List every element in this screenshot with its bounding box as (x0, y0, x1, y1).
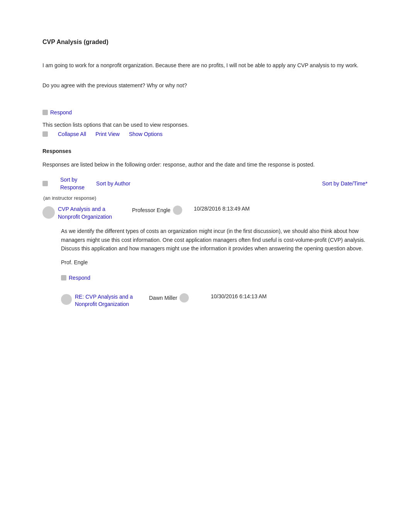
page-title: CVP Analysis (graded) (42, 39, 368, 46)
collapse-all-link[interactable]: Collapse All (58, 131, 86, 137)
avatar-inline-dawn (180, 293, 189, 303)
respond-icon-bottom (61, 275, 66, 280)
nested-response-title-link-1[interactable]: RE: CVP Analysis and a Nonprofit Organiz… (75, 293, 144, 308)
response-signature-1: Prof. Engle (61, 259, 368, 265)
response-date-1: 10/28/2016 8:13:49 AM (194, 206, 250, 212)
avatar-inline-1 (173, 206, 182, 215)
nested-response-section: RE: CVP Analysis and a Nonprofit Organiz… (61, 293, 368, 308)
response-meta-1: CVP Analysis and a Nonprofit Organizatio… (58, 206, 368, 221)
section-info-text: This section lists options that can be u… (42, 122, 368, 128)
responses-description: Responses are listed below in the follow… (42, 160, 368, 169)
respond-link-top[interactable]: Respond (42, 109, 72, 116)
response-title-link-1[interactable]: CVP Analysis and a Nonprofit Organizatio… (58, 206, 127, 221)
respond-icon-top (42, 110, 48, 115)
question-text: Do you agree with the previous statement… (42, 81, 368, 90)
print-view-link[interactable]: Print View (95, 131, 120, 137)
nested-response-meta-1: RE: CVP Analysis and a Nonprofit Organiz… (75, 293, 368, 308)
response-entry-1: CVP Analysis and a Nonprofit Organizatio… (42, 206, 368, 221)
respond-link-bottom[interactable]: Respond (61, 275, 90, 281)
show-options-link[interactable]: Show Options (129, 131, 163, 137)
response-author-1: Professor Engle (132, 206, 182, 215)
nested-response-author-1: Dawn Miller (149, 293, 199, 303)
avatar-professor-engle (42, 206, 55, 219)
collapse-all-icon (42, 131, 48, 137)
sort-by-author-link[interactable]: Sort by Author (96, 180, 130, 187)
response-body-1: As we identify the different types of co… (61, 227, 368, 265)
nested-response-entry-1: RE: CVP Analysis and a Nonprofit Organiz… (61, 293, 368, 308)
sort-by-datetime-link[interactable]: Sort by Date/Time* (322, 180, 368, 187)
nested-response-date-1: 10/30/2016 6:14:13 AM (211, 293, 267, 299)
instructor-label: (an instructor response) (43, 195, 368, 201)
response-body-text-1: As we identify the different types of co… (61, 227, 368, 253)
intro-text: I am going to work for a nonprofit organ… (42, 61, 368, 70)
sort-by-response-link[interactable]: Sort by Response (60, 177, 85, 190)
responses-heading: Responses (42, 148, 368, 154)
view-options-bar: Collapse All Print View Show Options (42, 131, 368, 137)
sort-response-icon (42, 181, 48, 186)
avatar-dawn-miller (61, 294, 72, 305)
sort-bar: Sort by Response Sort by Author Sort by … (42, 177, 368, 190)
